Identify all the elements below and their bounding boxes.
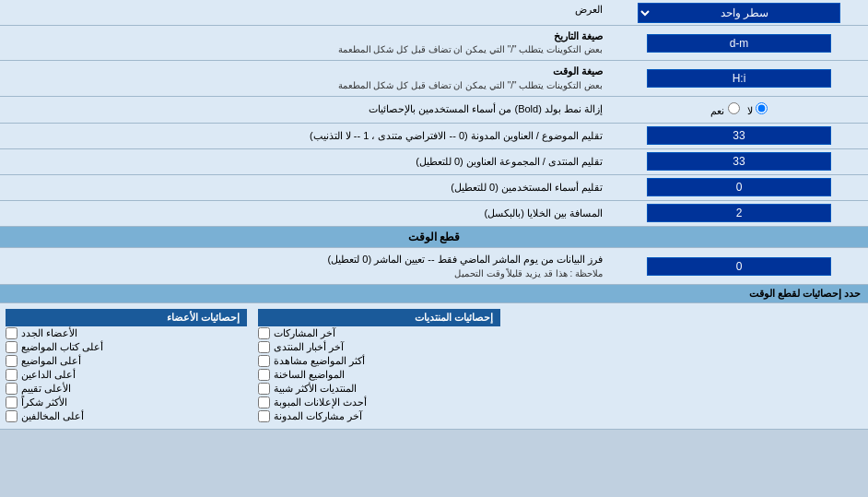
col-members: إحصائيات الأعضاء الأعضاء الجدد أعلى كتاب… <box>0 307 252 425</box>
display-select-area: سطر واحد <box>610 0 868 25</box>
checkbox-item: أعلى كتاب المواضيع <box>6 340 247 354</box>
time-format-label: صيغة الوقت بعض التكوينات يتطلب "/" التي … <box>0 61 610 95</box>
checkbox-item: آخر أخبار المنتدى <box>258 340 499 354</box>
date-format-input-area <box>610 32 868 54</box>
forum-order-input-area <box>610 150 868 172</box>
cb-hot-topics[interactable] <box>258 369 270 381</box>
radio-yes-label: نعم <box>710 102 739 117</box>
cell-spacing-input[interactable] <box>647 204 831 222</box>
col-forums-header: إحصائيات المنتديات <box>258 309 499 326</box>
col-members-header: إحصائيات الأعضاء <box>6 309 247 326</box>
cb-label: آخر أخبار المنتدى <box>274 341 344 353</box>
username-trim-label: تقليم أسماء المستخدمين (0 للتعطيل) <box>0 177 610 198</box>
col-forums: إحصائيات المنتديات آخر المشاركات آخر أخب… <box>252 307 505 425</box>
cutoff-section-header: قطع الوقت <box>0 227 868 248</box>
cb-label: أعلى المواضيع <box>21 355 81 367</box>
checkbox-grid: إحصائيات الأعضاء الأعضاء الجدد أعلى كتاب… <box>0 307 868 425</box>
cb-top-rated[interactable] <box>6 383 18 395</box>
username-trim-input-area <box>610 176 868 198</box>
checkbox-item: أعلى المواضيع <box>6 354 247 368</box>
stats-limit-label: حدد إحصائيات لقطع الوقت <box>0 285 868 303</box>
cb-last-posts[interactable] <box>258 327 270 339</box>
cb-new-members[interactable] <box>6 327 18 339</box>
cb-latest-classifieds[interactable] <box>258 396 270 408</box>
topic-order-label: تقليم الموضوع / العناوين المدونة (0 -- ا… <box>0 125 610 147</box>
cb-label: الأعلى تقييم <box>21 383 71 395</box>
checkbox-item: آخر المشاركات <box>258 326 499 340</box>
cb-blog-posts[interactable] <box>258 410 270 422</box>
topic-order-input[interactable] <box>647 126 831 145</box>
checkbox-item: الأعلى تقييم <box>6 382 247 396</box>
checkbox-item: أكثر المواضيع مشاهدة <box>258 354 499 368</box>
cb-top-inviters[interactable] <box>6 369 18 381</box>
cb-most-viewed[interactable] <box>258 355 270 367</box>
cb-label: أعلى الداعين <box>21 369 76 381</box>
radio-yes[interactable] <box>728 102 740 114</box>
radio-no[interactable] <box>756 102 768 114</box>
cb-label: المواضيع الساخنة <box>274 369 345 381</box>
cb-top-writers[interactable] <box>6 341 18 353</box>
cb-top-violators[interactable] <box>6 410 18 422</box>
cb-label: الأكثر شكراً <box>21 396 67 408</box>
cb-top-posters[interactable] <box>6 355 18 367</box>
bold-remove-radio-area: نعم لا <box>610 97 868 123</box>
checkbox-item: المواضيع الساخنة <box>258 368 499 382</box>
cb-label: المنتديات الأكثر شبية <box>274 383 357 395</box>
checkbox-item: المنتديات الأكثر شبية <box>258 382 499 396</box>
cb-label: أعلى كتاب المواضيع <box>21 341 103 353</box>
cell-spacing-input-area <box>610 202 868 224</box>
cb-most-similar[interactable] <box>258 383 270 395</box>
checkbox-item: الأعضاء الجدد <box>6 326 247 340</box>
cutoff-filter-label: فرز البيانات من يوم الماشر الماضي فقط --… <box>0 248 610 285</box>
stats-spacer <box>506 307 868 425</box>
display-select[interactable]: سطر واحد <box>638 3 840 23</box>
date-format-input[interactable] <box>647 34 831 53</box>
username-trim-input[interactable] <box>647 178 831 196</box>
time-format-input[interactable] <box>647 69 831 88</box>
checkbox-section: إحصائيات الأعضاء الأعضاء الجدد أعلى كتاب… <box>0 303 868 430</box>
cutoff-filter-input-area <box>610 255 868 278</box>
checkbox-item: آخر مشاركات المدونة <box>258 409 499 423</box>
radio-no-label: لا <box>747 102 768 117</box>
date-format-label: صيغة التاريخ بعض التكوينات يتطلب "/" الت… <box>0 26 610 60</box>
checkbox-item: أعلى المخالفين <box>6 409 247 423</box>
cb-label: آخر المشاركات <box>274 327 335 339</box>
checkbox-item: أعلى الداعين <box>6 368 247 382</box>
cb-label: آخر مشاركات المدونة <box>274 410 362 422</box>
cell-spacing-label: المسافة بين الخلايا (بالبكسل) <box>0 203 610 224</box>
cb-label: أكثر المواضيع مشاهدة <box>274 355 365 367</box>
checkbox-item: الأكثر شكراً <box>6 396 247 409</box>
display-label: العرض <box>0 0 610 25</box>
cb-most-thanked[interactable] <box>6 396 18 408</box>
forum-order-input[interactable] <box>647 152 831 171</box>
cb-label: أعلى المخالفين <box>21 410 84 422</box>
cb-forum-news[interactable] <box>258 341 270 353</box>
bold-remove-label: إزالة نمط بولد (Bold) من أسماء المستخدمي… <box>0 99 610 120</box>
cb-label: الأعضاء الجدد <box>21 327 77 339</box>
topic-order-input-area <box>610 124 868 147</box>
cutoff-filter-input[interactable] <box>647 257 831 276</box>
cb-label: أحدث الإعلانات المبوبة <box>274 396 367 408</box>
time-format-input-area <box>610 67 868 89</box>
checkbox-item: أحدث الإعلانات المبوبة <box>258 396 499 409</box>
forum-order-label: تقليم المنتدى / المجموعة العناوين (0 للت… <box>0 151 610 172</box>
